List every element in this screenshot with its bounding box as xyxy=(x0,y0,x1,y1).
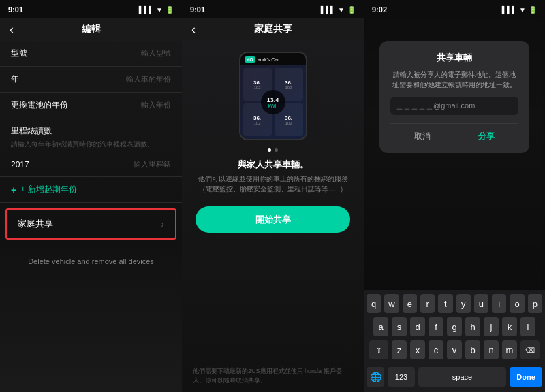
share-description: 他們可以連線並使用你的車上的所有的捆綁的服務（電壓監控、胎壓安全監測、里程日誌等… xyxy=(182,174,364,201)
key-f[interactable]: f xyxy=(429,317,443,336)
globe-key[interactable]: 🌐 xyxy=(367,368,384,387)
key-t[interactable]: t xyxy=(438,294,452,313)
nav-title-1: 編輯 xyxy=(82,23,101,35)
share-vehicle-modal: 共享車輛 請輸入被分享人的電子郵件地址。這個地址需要和他/她建立帳號時用的地址一… xyxy=(379,41,529,153)
key-i[interactable]: i xyxy=(492,294,506,313)
start-share-button[interactable]: 開始共享 xyxy=(196,206,350,233)
key-u[interactable]: u xyxy=(474,294,488,313)
tire-br-val: 36. xyxy=(285,115,292,121)
key-z[interactable]: z xyxy=(392,340,407,359)
tire-bl-val: 36. xyxy=(253,115,261,121)
space-key[interactable]: space xyxy=(418,368,506,387)
back-button-1[interactable]: ‹ xyxy=(10,22,14,37)
key-a[interactable]: a xyxy=(373,317,388,336)
key-b[interactable]: b xyxy=(465,340,480,359)
key-j[interactable]: j xyxy=(484,317,499,336)
panel-share-vehicle: 9:02 ▌▌▌ ▼ 🔋 共享車輛 請輸入被分享人的電子郵件地址。這個地址需要和… xyxy=(364,0,545,392)
key-y[interactable]: y xyxy=(456,294,471,313)
num-key[interactable]: 123 xyxy=(388,368,415,387)
signal-icon: ▌▌▌ xyxy=(139,6,153,14)
battery-year-label: 更換電池的年份 xyxy=(11,99,68,111)
key-e[interactable]: e xyxy=(403,294,417,313)
add-year-button[interactable]: + + 新增起期年份 xyxy=(0,177,182,203)
key-h[interactable]: h xyxy=(465,317,480,336)
yo-badge: YO xyxy=(245,56,255,63)
key-m[interactable]: m xyxy=(502,340,517,359)
car-name-label: York's Car xyxy=(258,57,279,62)
family-share-row[interactable]: 家庭共享 › xyxy=(5,208,176,240)
key-o[interactable]: o xyxy=(510,294,524,313)
footer-text: 他們需要下載最新的2US應用程式並使用 honda 帳戶登入。你可以隨時取消共享… xyxy=(193,367,353,385)
key-k[interactable]: k xyxy=(502,317,517,336)
key-s[interactable]: s xyxy=(392,317,407,336)
wifi-icon-2: ▼ xyxy=(338,6,345,14)
modal-description: 請輸入被分享人的電子郵件地址。這個地址需要和他/她建立帳號時用的地址一致。 xyxy=(390,69,518,90)
status-time-1: 9:01 xyxy=(8,5,23,14)
status-time-3: 9:02 xyxy=(372,5,387,14)
odometer-desc: 請輸入每年年初或購買時你的汽車裡程表讀數。 xyxy=(11,140,171,149)
tire-bl-sub: 102 xyxy=(253,121,260,125)
battery-icon-2: 🔋 xyxy=(347,6,356,14)
key-g[interactable]: g xyxy=(447,317,462,336)
model-input[interactable]: 輸入型號 xyxy=(141,48,171,59)
keyboard: q w e r t y u i o p a s d f g h j k xyxy=(364,290,545,392)
key-q[interactable]: q xyxy=(367,294,381,313)
odometer-title: 里程錶讀數 xyxy=(11,125,171,137)
modal-actions: 取消 分享 xyxy=(390,123,518,142)
key-p[interactable]: p xyxy=(528,294,542,313)
dot-2[interactable] xyxy=(275,148,278,152)
signal-icon-3: ▌▌▌ xyxy=(502,6,516,14)
year-2017-input[interactable]: 輸入里程錶 xyxy=(134,159,171,169)
nav-header-1: ‹ 編輯 xyxy=(0,18,182,41)
delete-vehicle-button[interactable]: Delete vehicle and remove all devices xyxy=(0,245,182,276)
start-share-label: 開始共享 xyxy=(255,214,291,225)
share-confirm-button[interactable]: 分享 xyxy=(478,131,495,142)
done-key[interactable]: Done xyxy=(510,368,542,387)
delete-label: Delete vehicle and remove all devices xyxy=(28,257,154,265)
battery-icon-3: 🔋 xyxy=(529,6,537,14)
key-v[interactable]: v xyxy=(447,340,462,359)
status-icons-1: ▌▌▌ ▼ 🔋 xyxy=(139,6,174,14)
status-bar-3: 9:02 ▌▌▌ ▼ 🔋 xyxy=(364,0,545,18)
key-w[interactable]: w xyxy=(384,294,399,313)
odometer-section: 里程錶讀數 請輸入每年年初或購買時你的汽車裡程表讀數。 xyxy=(0,118,182,152)
add-year-label: + 新增起期年份 xyxy=(20,184,76,195)
status-bar-2: 9:01 ▌▌▌ ▼ 🔋 xyxy=(182,0,364,18)
model-label: 型號 xyxy=(11,48,27,59)
battery-year-input[interactable]: 輸入年份 xyxy=(141,100,171,110)
keyboard-row-3: ⇧ z x c v b n m ⌫ xyxy=(367,340,542,359)
model-row: 型號 輸入型號 xyxy=(0,41,182,67)
phone-body: 36. 102 36. 102 36. 102 36. 102 13.4 k xyxy=(240,65,306,139)
key-c[interactable]: c xyxy=(429,340,443,359)
panel-family-share: 9:01 ▌▌▌ ▼ 🔋 ‹ 家庭共享 YO York's Car 36. 10… xyxy=(182,0,364,392)
keyboard-bottom-row: 🌐 123 space Done xyxy=(364,365,545,392)
key-r[interactable]: r xyxy=(420,294,435,313)
shift-key[interactable]: ⇧ xyxy=(369,340,388,359)
year-input[interactable]: 輸入車的年份 xyxy=(126,74,171,84)
status-icons-2: ▌▌▌ ▼ 🔋 xyxy=(321,6,356,14)
center-display: 13.4 kWh xyxy=(261,90,285,114)
nav-header-2: ‹ 家庭共享 xyxy=(182,18,364,41)
key-x[interactable]: x xyxy=(410,340,425,359)
year-2017-row: 2017 輸入里程錶 xyxy=(0,152,182,177)
modal-email-input[interactable]: ＿＿＿＿＿@gmail.com xyxy=(390,97,518,115)
keyboard-row-1: q w e r t y u i o p xyxy=(367,294,542,313)
cancel-button[interactable]: 取消 xyxy=(414,131,431,142)
status-time-2: 9:01 xyxy=(190,5,205,14)
tire-tl-sub: 102 xyxy=(253,86,260,90)
plus-icon: + xyxy=(11,184,16,195)
share-headline: 與家人共享車輛。 xyxy=(182,154,364,174)
phone-mockup-wrapper: YO York's Car 36. 102 36. 102 36. 102 36… xyxy=(182,41,364,146)
tire-br-sub: 102 xyxy=(285,121,292,125)
dot-1[interactable] xyxy=(268,148,271,152)
phone-mockup: YO York's Car 36. 102 36. 102 36. 102 36… xyxy=(239,52,307,140)
tire-tr-sub: 102 xyxy=(285,86,292,90)
backspace-key[interactable]: ⌫ xyxy=(520,340,540,359)
chevron-right-icon: › xyxy=(161,218,164,229)
key-d[interactable]: d xyxy=(410,317,425,336)
back-button-2[interactable]: ‹ xyxy=(191,22,196,37)
key-n[interactable]: n xyxy=(484,340,499,359)
key-l[interactable]: l xyxy=(520,317,535,336)
year-label: 年 xyxy=(11,74,19,85)
status-bar-1: 9:01 ▌▌▌ ▼ 🔋 xyxy=(0,0,182,18)
